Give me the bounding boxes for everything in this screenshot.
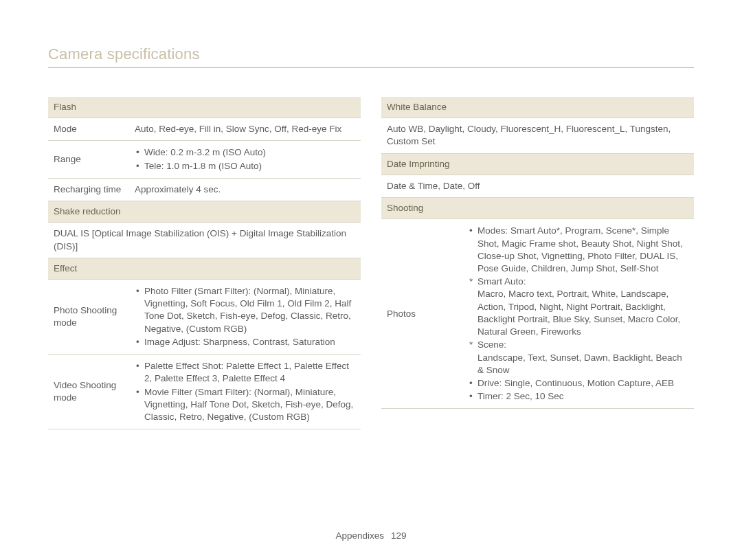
section-header-label: White Balance — [381, 97, 694, 118]
table-row: Recharging time Approximately 4 sec. — [48, 178, 361, 201]
list-item: Timer: 2 Sec, 10 Sec — [468, 390, 688, 403]
bullet-list: Palette Effect Shot: Palette Effect 1, P… — [135, 360, 355, 423]
sub-label: Scene: — [477, 339, 506, 350]
bullet-list: Drive: Single, Continuous, Motion Captur… — [468, 377, 688, 403]
section-header-label: Flash — [48, 97, 361, 118]
bullet-list: Photo Filter (Smart Filter): (Normal), M… — [135, 285, 355, 348]
table-row: Date & Time, Date, Off — [381, 175, 694, 197]
section-effect: Effect — [48, 258, 361, 279]
spec-label: Video Shooting mode — [48, 355, 129, 429]
spec-value: Approximately 4 sec. — [129, 178, 361, 201]
spec-value: DUAL IS [Optical Image Stabilization (OI… — [48, 223, 361, 258]
sub-text: Landscape, Text, Sunset, Dawn, Backlight… — [477, 352, 682, 375]
spec-value: Wide: 0.2 m-3.2 m (ISO Auto) Tele: 1.0 m… — [129, 141, 361, 178]
table-row: DUAL IS [Optical Image Stabilization (OI… — [48, 223, 361, 258]
footer-page-number: 129 — [391, 530, 407, 541]
page-title: Camera specifications — [48, 45, 694, 68]
footer-section: Appendixes — [336, 530, 385, 541]
spec-label: Recharging time — [48, 178, 129, 201]
left-column: Flash Mode Auto, Red-eye, Fill in, Slow … — [48, 97, 361, 429]
list-item: * Smart Auto: Macro, Macro text, Portrai… — [468, 276, 688, 338]
section-shake-reduction: Shake reduction — [48, 201, 361, 223]
spec-value: Modes: Smart Auto*, Program, Scene*, Sim… — [462, 219, 694, 409]
manual-page: Camera specifications Flash Mode Auto, R… — [0, 0, 742, 560]
section-header-label: Effect — [48, 258, 361, 279]
spec-table-left: Flash Mode Auto, Red-eye, Fill in, Slow … — [48, 97, 361, 429]
bullet-list: Wide: 0.2 m-3.2 m (ISO Auto) Tele: 1.0 m… — [135, 146, 355, 172]
spec-value: Photo Filter (Smart Filter): (Normal), M… — [129, 279, 361, 354]
spec-label: Mode — [48, 118, 129, 141]
spec-value: Auto WB, Daylight, Cloudy, Fluorescent_H… — [381, 118, 694, 153]
list-item: * Scene: Landscape, Text, Sunset, Dawn, … — [468, 339, 688, 377]
spec-table-right: White Balance Auto WB, Daylight, Cloudy,… — [381, 97, 694, 409]
section-white-balance: White Balance — [381, 97, 694, 118]
spec-value: Auto, Red-eye, Fill in, Slow Sync, Off, … — [129, 118, 361, 141]
section-header-label: Shake reduction — [48, 201, 361, 223]
spec-label: Range — [48, 141, 129, 178]
asterisk-icon: * — [469, 276, 473, 288]
section-flash: Flash — [48, 97, 361, 118]
spec-value: Palette Effect Shot: Palette Effect 1, P… — [129, 355, 361, 429]
list-item: Drive: Single, Continuous, Motion Captur… — [468, 377, 688, 390]
list-item: Wide: 0.2 m-3.2 m (ISO Auto) — [135, 146, 355, 159]
spec-value: Date & Time, Date, Off — [381, 175, 694, 197]
section-date-imprinting: Date Imprinting — [381, 153, 694, 175]
table-row: Photos Modes: Smart Auto*, Program, Scen… — [381, 219, 694, 409]
spec-columns: Flash Mode Auto, Red-eye, Fill in, Slow … — [48, 97, 694, 429]
sub-label: Smart Auto: — [477, 276, 526, 287]
list-item: Modes: Smart Auto*, Program, Scene*, Sim… — [468, 225, 688, 275]
list-item: Tele: 1.0 m-1.8 m (ISO Auto) — [135, 160, 355, 172]
spec-label: Photos — [381, 219, 462, 409]
asterisk-icon: * — [469, 339, 473, 351]
bullet-list: Modes: Smart Auto*, Program, Scene*, Sim… — [468, 225, 688, 275]
list-item: Palette Effect Shot: Palette Effect 1, P… — [135, 360, 355, 385]
section-shooting: Shooting — [381, 198, 694, 219]
right-column: White Balance Auto WB, Daylight, Cloudy,… — [381, 97, 694, 429]
section-header-label: Date Imprinting — [381, 153, 694, 175]
table-row: Photo Shooting mode Photo Filter (Smart … — [48, 279, 361, 354]
section-header-label: Shooting — [381, 198, 694, 219]
page-footer: Appendixes 129 — [0, 530, 742, 541]
table-row: Range Wide: 0.2 m-3.2 m (ISO Auto) Tele:… — [48, 141, 361, 178]
list-item: Photo Filter (Smart Filter): (Normal), M… — [135, 285, 355, 335]
table-row: Mode Auto, Red-eye, Fill in, Slow Sync, … — [48, 118, 361, 141]
spec-label: Photo Shooting mode — [48, 279, 129, 354]
sub-text: Macro, Macro text, Portrait, White, Land… — [477, 289, 680, 337]
table-row: Video Shooting mode Palette Effect Shot:… — [48, 355, 361, 429]
table-row: Auto WB, Daylight, Cloudy, Fluorescent_H… — [381, 118, 694, 153]
sub-list: * Smart Auto: Macro, Macro text, Portrai… — [468, 276, 688, 377]
list-item: Movie Filter (Smart Filter): (Normal), M… — [135, 386, 355, 424]
list-item: Image Adjust: Sharpness, Contrast, Satur… — [135, 336, 355, 348]
